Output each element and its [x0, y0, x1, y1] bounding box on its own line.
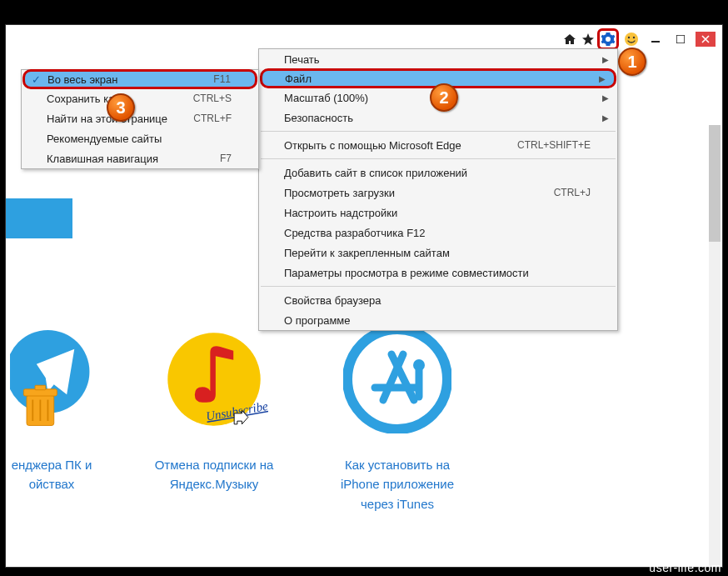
menu-item[interactable]: Найти на этой страницеCTRL+F — [22, 108, 258, 128]
menu-item[interactable]: Средства разработчика F12 — [259, 223, 617, 243]
menu-item-label: Рекомендуемые сайты — [47, 133, 237, 145]
menu-separator — [261, 286, 616, 287]
article-card[interactable]: енджера ПК и ойствах — [6, 325, 97, 513]
menu-separator — [261, 131, 616, 132]
menu-item-label: Перейти к закрепленным сайтам — [284, 247, 596, 259]
minimize-button[interactable] — [646, 32, 666, 47]
svg-point-2 — [633, 37, 635, 38]
telegram-trash-icon — [10, 325, 93, 433]
appstore-icon — [343, 325, 451, 433]
menu-item[interactable]: Печать▶ — [259, 49, 617, 69]
menu-separator — [261, 158, 616, 159]
menu-item-label: Настроить надстройки — [284, 207, 596, 219]
callout-1: 1 — [618, 48, 646, 76]
svg-rect-3 — [651, 41, 660, 43]
menu-item-label: О программе — [284, 314, 596, 327]
titlebar — [6, 25, 722, 50]
svg-point-13 — [347, 329, 447, 429]
menu-item-shortcut: CTRL+S — [193, 93, 237, 104]
menu-item-shortcut: CTRL+SHIFT+E — [517, 139, 596, 151]
article-card[interactable]: Как установить на iPhone приложение чере… — [331, 325, 464, 513]
menu-item[interactable]: Просмотреть загрузкиCTRL+J — [259, 183, 617, 203]
callout-3: 3 — [107, 93, 135, 122]
menu-item[interactable]: Настроить надстройки — [259, 203, 617, 223]
svg-point-0 — [625, 33, 638, 46]
menu-item-label: Безопасность — [284, 112, 596, 124]
chevron-right-icon: ▶ — [602, 113, 609, 123]
menu-item[interactable]: Клавишная навигацияF7 — [22, 148, 258, 168]
menu-item[interactable]: Параметры просмотра в режиме совместимос… — [259, 263, 617, 283]
menu-item[interactable]: Добавить сайт в список приложений — [259, 163, 617, 183]
svg-point-1 — [628, 37, 630, 38]
home-icon[interactable] — [561, 30, 579, 48]
menu-item[interactable]: Сохранить как...CTRL+S — [22, 88, 258, 108]
menu-item[interactable]: Свойства браузера — [259, 290, 617, 310]
watermark: user-life.com — [649, 559, 721, 576]
menu-item-label: Средства разработчика F12 — [284, 227, 596, 239]
menu-item-label: Клавишная навигация — [47, 153, 220, 165]
menu-item[interactable]: Перейти к закрепленным сайтам — [259, 243, 617, 263]
emoji-icon[interactable] — [622, 30, 641, 48]
menu-item-label: Во весь экран — [47, 73, 213, 86]
menu-item[interactable]: ✓Во весь экранF11 — [22, 69, 257, 89]
menu-item[interactable]: Рекомендуемые сайты — [22, 128, 258, 148]
chevron-right-icon: ▶ — [602, 93, 609, 103]
chevron-right-icon: ▶ — [599, 74, 606, 83]
scrollbar-thumb[interactable] — [709, 125, 721, 242]
menu-item-label: Файл — [285, 73, 595, 85]
article-card[interactable]: Unsubscribe Отмена подписки на Яндекс.Му… — [147, 325, 281, 513]
menu-item-label: Добавить сайт в список приложений — [284, 167, 596, 179]
menu-item-label: Свойства браузера — [284, 294, 596, 307]
close-button[interactable] — [696, 32, 716, 47]
article-link[interactable]: Отмена подписки на Яндекс.Музыку — [147, 455, 281, 494]
svg-rect-8 — [35, 385, 46, 389]
star-icon[interactable] — [579, 30, 597, 48]
file-submenu: ✓Во весь экранF11Сохранить как...CTRL+SН… — [21, 69, 259, 169]
article-link[interactable]: Как установить на iPhone приложение чере… — [331, 455, 464, 513]
menu-item[interactable]: О программе — [259, 310, 617, 330]
maximize-button[interactable] — [671, 32, 691, 47]
menu-item[interactable]: Открыть с помощью Microsoft EdgeCTRL+SHI… — [259, 135, 617, 155]
callout-2: 2 — [430, 83, 458, 112]
article-link[interactable]: енджера ПК и ойствах — [6, 455, 97, 494]
menu-item-shortcut: F11 — [213, 73, 236, 85]
vertical-scrollbar[interactable] — [709, 125, 721, 568]
menu-item-label: Просмотреть загрузки — [284, 187, 554, 199]
menu-item-shortcut: F7 — [220, 153, 237, 164]
menu-item-label: Печать — [284, 53, 596, 66]
gear-icon[interactable] — [601, 32, 616, 47]
svg-rect-4 — [676, 35, 685, 43]
menu-item-label: Открыть с помощью Microsoft Edge — [284, 139, 517, 152]
yandex-music-icon: Unsubscribe — [160, 325, 268, 433]
partial-banner — [6, 198, 72, 238]
menu-item-shortcut: CTRL+J — [554, 187, 596, 198]
chevron-right-icon: ▶ — [602, 55, 609, 64]
tools-button-highlight — [597, 28, 619, 50]
check-icon: ✓ — [32, 73, 41, 86]
menu-item-label: Параметры просмотра в режиме совместимос… — [284, 267, 596, 279]
menu-item-shortcut: CTRL+F — [193, 113, 237, 124]
article-grid: енджера ПК и ойствах Unsubscribe Отмена … — [21, 325, 464, 513]
